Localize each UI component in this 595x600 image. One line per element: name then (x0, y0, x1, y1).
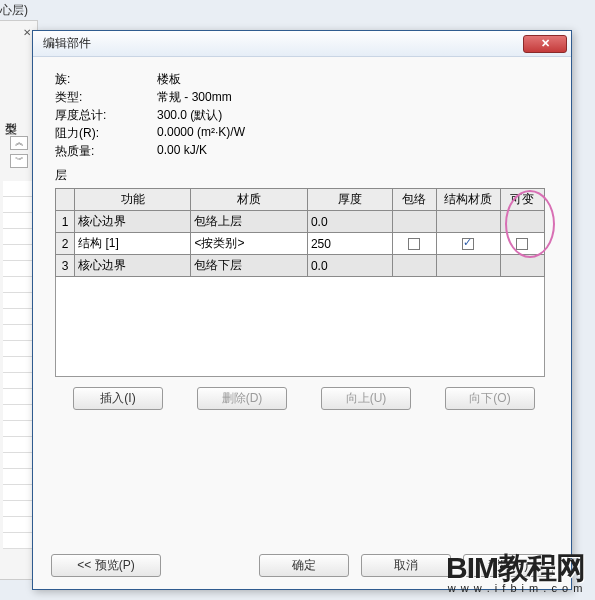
col-header: 结构材质 (437, 189, 501, 211)
thickness-label: 厚度总计: (55, 107, 157, 125)
col-header: 功能 (75, 189, 191, 211)
table-row[interactable]: 1核心边界包络上层0.0 (56, 211, 545, 233)
table-empty-area (55, 277, 545, 377)
resistance-label: 阻力(R): (55, 125, 157, 143)
dialog-title: 编辑部件 (43, 35, 523, 52)
move-up-button[interactable]: 向上(U) (321, 387, 411, 410)
col-header: 包络 (392, 189, 436, 211)
resistance-value: 0.0000 (m²·K)/W (157, 125, 245, 143)
titlebar: 编辑部件 ✕ (33, 31, 571, 57)
table-row[interactable]: 3核心边界包络下层0.0 (56, 255, 545, 277)
layers-table[interactable]: 功能材质厚度包络结构材质可变 1核心边界包络上层0.02结构 [1]<按类别>2… (55, 188, 545, 277)
family-value: 楼板 (157, 71, 181, 89)
type-value: 常规 - 300mm (157, 89, 232, 107)
cancel-button[interactable]: 取消 (361, 554, 451, 577)
thickness-value: 300.0 (默认) (157, 107, 222, 125)
family-label: 族: (55, 71, 157, 89)
col-header: 可变 (500, 189, 544, 211)
move-down-button[interactable]: 向下(O) (445, 387, 535, 410)
close-button[interactable]: ✕ (523, 35, 567, 53)
insert-button[interactable]: 插入(I) (73, 387, 163, 410)
col-header: 厚度 (307, 189, 392, 211)
mass-label: 热质量: (55, 143, 157, 161)
struct-checkbox[interactable] (462, 238, 474, 250)
layers-section-label: 层 (55, 167, 553, 184)
col-header: 材质 (191, 189, 307, 211)
scroll-up-icon[interactable]: ︽ (10, 136, 28, 150)
type-label: 类型: (55, 89, 157, 107)
var-checkbox[interactable] (516, 238, 528, 250)
help-button[interactable]: 帮助(H) (463, 554, 553, 577)
delete-button[interactable]: 删除(D) (197, 387, 287, 410)
background-list (3, 181, 35, 549)
mass-value: 0.00 kJ/K (157, 143, 207, 161)
table-row[interactable]: 2结构 [1]<按类别>250 (56, 233, 545, 255)
wrap-checkbox[interactable] (408, 238, 420, 250)
ok-button[interactable]: 确定 (259, 554, 349, 577)
panel-close-icon[interactable]: ✕ (23, 27, 31, 38)
scroll-down-icon[interactable]: ︾ (10, 154, 28, 168)
edit-assembly-dialog: 编辑部件 ✕ 族:楼板 类型:常规 - 300mm 厚度总计:300.0 (默认… (32, 30, 572, 590)
preview-button[interactable]: << 预览(P) (51, 554, 161, 577)
col-header (56, 189, 75, 211)
background-tab-text: 心层) (0, 2, 28, 19)
